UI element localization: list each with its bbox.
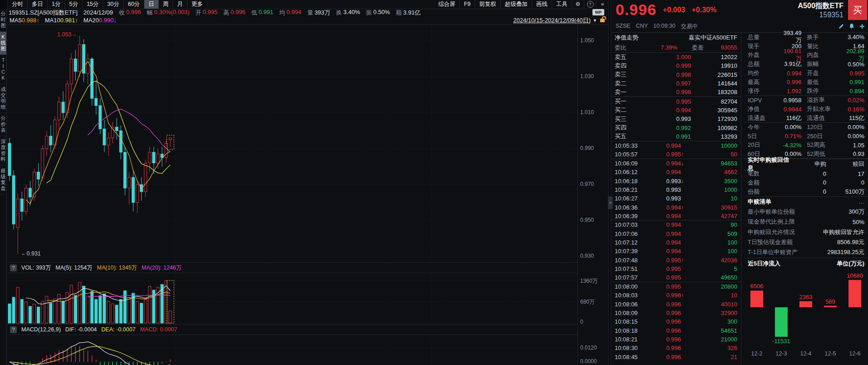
tick-time: 10:08:09 [615, 310, 647, 316]
tick-row: 10:06:270.99310 [611, 194, 741, 203]
sidebar-item-深度资料[interactable]: 深度资料 [0, 136, 6, 165]
ma-indicator-bar: MA50.988↑MA100.981↑MA200.990↓ 2024/10/15… [0, 16, 608, 25]
tab-日[interactable]: 日 [144, 0, 159, 9]
tab-更多[interactable]: 更多 [187, 0, 207, 9]
alert-bell-icon[interactable] [848, 23, 855, 30]
macd-dea-legend: DEA: -0.0007 [101, 326, 135, 333]
more-chevrons-icon[interactable]: » [597, 0, 608, 9]
info-field-收: 收0.996 [119, 9, 141, 17]
tick-volume: 54651 [686, 327, 737, 334]
tick-time: 10:07:57 [615, 274, 647, 281]
unlock-icon[interactable] [600, 19, 605, 22]
arrow-up-icon: ↑ [681, 151, 686, 158]
bid-row[interactable]: 买三0.993172930 [611, 115, 741, 123]
ask-row[interactable]: 卖二0.997141644 [611, 79, 741, 88]
tick-time: 10:08:45 [615, 354, 647, 360]
net-inflow-unit: 单位(万元) [837, 260, 864, 268]
ask-row[interactable]: 卖五1.00012022 [611, 53, 741, 61]
chart-area[interactable]: ? VOL: 393万 MA(5): 1254万 MA(10): 1345万 M… [7, 25, 577, 365]
tab-1分[interactable]: 1分 [48, 0, 65, 9]
sidebar-item-TICK[interactable]: TICK [0, 55, 6, 84]
daily-kline-chart[interactable] [7, 25, 577, 365]
tick-row: 10:07:390.994100 [611, 247, 741, 255]
tick-row: 10:08:090.99632900 [611, 309, 741, 317]
panel-expander[interactable]: » [608, 196, 613, 209]
realtime-row: 金额00 [744, 178, 868, 187]
wp-mode-icon[interactable]: WP [592, 9, 604, 15]
tab-15分[interactable]: 15分 [83, 0, 103, 9]
help-icon[interactable]: ? [10, 265, 17, 271]
bid-row[interactable]: 买五0.99113293 [611, 132, 741, 141]
tab-分时[interactable]: 分时 [8, 0, 28, 9]
volume-axis-label: 680万 [580, 298, 595, 306]
weibi-row: 委比7.39%委差93055 [611, 43, 741, 53]
vol-ma10-legend: MA(10): 1345万 [97, 264, 137, 272]
stats-row: 20日-4.32%52周高1.05 [744, 141, 868, 150]
trade-date-label: 2024/12/09 [84, 9, 113, 16]
linked-fund-name[interactable]: 嘉实中证A500ETF [689, 34, 737, 42]
tick-row: 10:08:030.996↑10 [611, 291, 741, 300]
ask-row[interactable]: 卖三0.998226015 [611, 70, 741, 79]
tab-月[interactable]: 月 [173, 0, 187, 9]
tab-多日[interactable]: 多日 [28, 0, 48, 9]
stats-row: 流通盘116亿流通值115亿 [744, 114, 868, 123]
price-change-pct: +0.30% [691, 6, 716, 14]
edit-icon[interactable] [838, 23, 844, 30]
nav-tab-netvalue[interactable]: 净值走势 [615, 34, 638, 42]
tick-time: 10:07:03 [615, 221, 647, 228]
ma-legend-MA10: MA100.981↑ [45, 17, 78, 24]
subscription-row: T-1日单位申赎资产2983198.25元 [744, 247, 868, 257]
bid-row[interactable]: 买一0.99582704 [611, 97, 741, 105]
tick-list[interactable]: 10:05:330.9941000010:05:570.995↑5010:06:… [611, 141, 741, 361]
toolbar-item-超级叠加[interactable]: 超级叠加 [501, 0, 532, 9]
chevron-down-icon[interactable]: ▼ [593, 18, 597, 23]
bid-row[interactable]: 买二0.994305945 [611, 106, 741, 115]
svg-text:12-3: 12-3 [775, 350, 787, 357]
tick-row: 10:06:180.993↓3500 [611, 176, 741, 185]
tick-row: 10:07:570.99549650 [611, 273, 741, 282]
toolbar-item-前复权[interactable]: 前复权 [475, 0, 501, 9]
sidebar-item-分价表[interactable]: 分价表 [0, 113, 6, 136]
more-ellipsis-icon[interactable]: … [858, 198, 864, 205]
buy-button[interactable]: 买 [848, 0, 867, 20]
price-axis-label: 0.990 [580, 145, 594, 151]
help-icon[interactable]: ? [584, 0, 597, 9]
ask-row[interactable]: 卖一0.996183208 [611, 88, 741, 96]
tab-5分[interactable]: 5分 [65, 0, 82, 9]
bid-row[interactable]: 买四0.992100982 [611, 123, 741, 132]
gear-icon[interactable]: ⚙ [572, 0, 584, 9]
tick-time: 10:06:12 [615, 169, 647, 175]
info-field-均: 均0.994 [279, 9, 301, 17]
tick-time: 10:06:39 [615, 213, 647, 220]
macd-axis-label: 0.0120 [580, 345, 597, 351]
date-range-label[interactable]: 2024/10/15-2024/12/09(40日) [513, 16, 591, 25]
add-icon[interactable] [859, 23, 865, 30]
toolbar-item-F9[interactable]: F9 [460, 0, 475, 9]
toolbar-item-综合屏[interactable]: 综合屏 [434, 0, 460, 9]
toolbar-item-工具[interactable]: 工具 [552, 0, 572, 9]
tab-30分[interactable]: 30分 [103, 0, 123, 9]
info-field-开: 开0.995 [195, 9, 217, 17]
left-sidebar: 分时图K线图TICK成交明细分价表深度资料超级复盘 [0, 9, 7, 365]
svg-text:12-6: 12-6 [849, 350, 860, 357]
ma-legend-MA5: MA50.988↑ [10, 17, 39, 24]
stats-row: 5日0.71%250日0.00% [744, 132, 868, 141]
tick-time: 10:07:39 [615, 248, 647, 255]
tick-volume: 42747 [686, 213, 737, 220]
help-icon[interactable]: ? [10, 326, 17, 333]
date-range-control[interactable]: 2024/10/15-2024/12/09(40日) ▼ [513, 16, 609, 25]
sidebar-item-成交明细[interactable]: 成交明细 [0, 84, 6, 113]
tick-row: 10:07:030.99490 [611, 220, 741, 229]
svg-text:6506: 6506 [750, 283, 764, 290]
toolbar-item-画线[interactable]: 画线 [532, 0, 552, 9]
price-axis-label: 0.930 [580, 253, 594, 259]
sidebar-item-分时图[interactable]: 分时图 [0, 9, 6, 32]
arrow-up-icon: ↑ [681, 257, 686, 264]
sidebar-item-K线图[interactable]: K线图 [0, 32, 6, 55]
tab-周[interactable]: 周 [159, 0, 173, 9]
ask-row[interactable]: 卖四0.99919910 [611, 61, 741, 70]
tab-60分[interactable]: 60分 [124, 0, 144, 9]
net-inflow-header: 近5日净流入单位(万元) [744, 258, 868, 269]
macd-name-legend: MACD(12,26,9) [21, 326, 61, 333]
sidebar-item-超级复盘[interactable]: 超级复盘 [0, 165, 6, 195]
